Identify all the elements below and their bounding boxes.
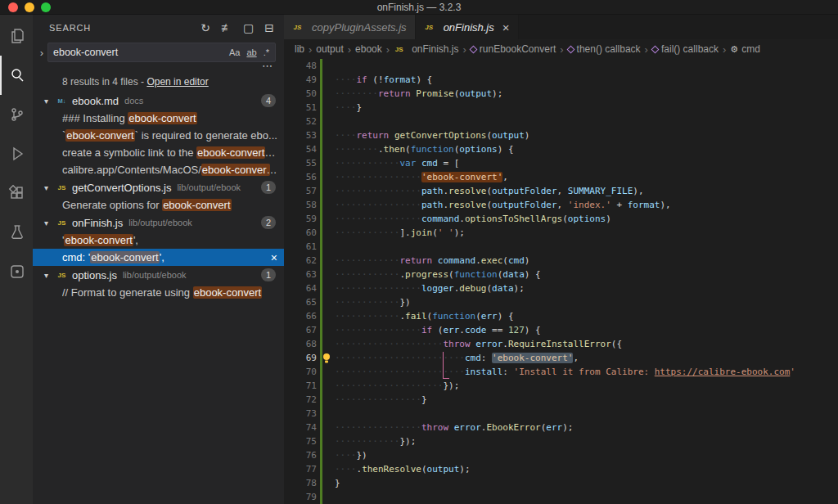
whole-word-toggle[interactable]: ab <box>244 47 259 58</box>
tab-onFinish.js[interactable]: JSonFinish.js× <box>416 15 519 39</box>
search-result-match[interactable]: `ebook-convert` is required to generate … <box>33 127 284 144</box>
line-number: 50 <box>284 87 317 101</box>
extensions-icon[interactable] <box>0 173 33 213</box>
code-line[interactable]: 48 <box>284 59 838 73</box>
breadcrumb-item[interactable]: then() callback <box>568 43 641 55</box>
code-line[interactable]: 51····} <box>284 101 838 115</box>
breadcrumb-item[interactable]: ebook <box>355 43 382 55</box>
breadcrumb-item[interactable]: JSonFinish.js <box>394 43 458 55</box>
code-line[interactable]: 75············}); <box>284 434 838 448</box>
git-added-indicator <box>320 240 322 254</box>
search-result-file-row[interactable]: ▾JSonFinish.jslib/output/ebook2 <box>33 214 284 232</box>
vscode-window: onFinish.js — 3.2.3 <box>0 0 838 504</box>
code-line[interactable]: 64················logger.debug(data); <box>284 281 838 295</box>
breadcrumb-item[interactable]: output <box>316 43 343 55</box>
line-number: 70 <box>284 365 317 379</box>
code-line[interactable]: 49····if (!format) { <box>284 73 838 87</box>
search-icon[interactable] <box>0 56 33 95</box>
line-number: 60 <box>284 226 317 240</box>
chevron-down-icon[interactable]: ▾ <box>44 183 56 192</box>
code-line[interactable]: 70························install: 'Inst… <box>284 365 838 379</box>
code-line[interactable]: 76····}) <box>284 448 838 462</box>
search-result-file-row[interactable]: ▾JSoptions.jslib/output/ebook1 <box>33 266 284 284</box>
code-line[interactable]: 78} <box>284 476 838 490</box>
search-result-match[interactable]: create a symbolic link to the ebook-conv… <box>33 144 284 161</box>
code-line[interactable]: 61 <box>284 240 838 254</box>
code-line[interactable]: 65············}) <box>284 295 838 309</box>
chevron-down-icon[interactable]: ▾ <box>44 97 56 106</box>
git-added-indicator <box>320 142 322 156</box>
open-new-search-editor-icon[interactable]: ▢ <box>243 22 254 34</box>
breadcrumb-item[interactable]: runEbookConvert <box>471 43 556 55</box>
code-line[interactable]: 73 <box>284 407 838 421</box>
search-result-match[interactable]: cmd: 'ebook-convert',× <box>33 249 284 266</box>
code-line[interactable]: 55············var cmd = [ <box>284 156 838 170</box>
tab-close-icon[interactable]: × <box>502 20 510 34</box>
source-control-icon[interactable] <box>0 95 33 134</box>
explorer-icon[interactable] <box>0 16 33 56</box>
chevron-down-icon[interactable]: ▾ <box>44 271 56 280</box>
breadcrumb-item[interactable]: fail() callback <box>652 43 719 55</box>
code-line[interactable]: 74················throw error.EbookError… <box>284 421 838 434</box>
search-result-file-row[interactable]: ▾M↓ebook.mddocs4 <box>33 92 284 110</box>
code-line[interactable]: 56················'ebook-convert', <box>284 170 838 184</box>
file-path: lib/output/ebook <box>128 218 261 227</box>
code-line[interactable]: 67················if (err.code == 127) { <box>284 323 838 337</box>
code-line[interactable]: 68····················throw error.Requir… <box>284 337 838 351</box>
code-line[interactable]: 77····.thenResolve(output); <box>284 462 838 476</box>
toggle-replace-chevron-icon[interactable]: › <box>36 47 47 59</box>
git-added-indicator <box>320 254 322 268</box>
testing-beaker-icon[interactable] <box>0 213 33 252</box>
git-added-indicator <box>320 128 322 142</box>
match-text: Generate options for ebook-convert <box>62 199 277 211</box>
more-actions-icon[interactable]: ⋯ <box>262 62 273 74</box>
dismiss-match-icon[interactable]: × <box>271 251 277 264</box>
match-case-toggle[interactable]: Aa <box>227 47 242 58</box>
code-line[interactable]: 53····return getConvertOptions(output) <box>284 128 838 142</box>
chevron-down-icon[interactable]: ▾ <box>44 218 56 227</box>
extension-view-icon[interactable] <box>0 252 33 291</box>
code-line[interactable]: 66············.fail(function(err) { <box>284 309 838 323</box>
code-line[interactable]: 72················} <box>284 393 838 407</box>
search-result-match[interactable]: Generate options for ebook-convert <box>33 196 284 214</box>
match-text: calibre.app/Contents/MacOS/ebook-convert… <box>62 164 277 176</box>
collapse-all-icon[interactable]: ⊟ <box>264 22 274 34</box>
search-input[interactable] <box>53 47 225 58</box>
search-result-match[interactable]: // Format to generate using ebook-conver… <box>33 284 284 301</box>
code-line[interactable]: 62············return command.exec(cmd) <box>284 254 838 268</box>
open-in-editor-link[interactable]: Open in editor <box>146 76 208 88</box>
code-line[interactable]: 50········return Promise(output); <box>284 87 838 101</box>
code-line[interactable]: 63············.progress(function(data) { <box>284 268 838 281</box>
tab-bar: JScopyPluginAssets.jsJSonFinish.js× <box>284 15 838 39</box>
search-result-match[interactable]: calibre.app/Contents/MacOS/ebook-convert… <box>33 161 284 178</box>
file-path: docs <box>124 96 261 106</box>
git-added-indicator <box>320 281 322 295</box>
code-line[interactable]: 54········.then(function(options) { <box>284 142 838 156</box>
code-line[interactable]: 58················path.resolve(outputFol… <box>284 198 838 212</box>
search-result-file-row[interactable]: ▾JSgetConvertOptions.jslib/output/ebook1 <box>33 178 284 196</box>
title-bar: onFinish.js — 3.2.3 <box>0 0 838 15</box>
code-line[interactable]: 52 <box>284 115 838 128</box>
clear-search-results-icon[interactable]: ≢ <box>221 22 232 34</box>
regex-toggle[interactable]: .* <box>261 47 272 58</box>
editor-area: JScopyPluginAssets.jsJSonFinish.js× lib›… <box>284 15 838 504</box>
git-added-indicator <box>320 490 322 504</box>
run-debug-icon[interactable] <box>0 134 33 173</box>
search-sidebar: SEARCH ↻≢▢⊟ › Aaab.* ⋯ 8 results in 4 fi… <box>33 15 284 504</box>
search-result-match[interactable]: ### Installing ebook-convert <box>33 110 284 127</box>
git-added-indicator <box>320 156 322 170</box>
file-name: onFinish.js <box>72 217 123 229</box>
breadcrumb-item[interactable]: lib <box>295 43 304 55</box>
code-line[interactable]: 59················command.optionsToShell… <box>284 212 838 226</box>
code-line[interactable]: 71····················}); <box>284 379 838 393</box>
code-line[interactable]: 60············].join(' '); <box>284 226 838 240</box>
breadcrumb-separator-icon: › <box>307 43 313 56</box>
refresh-icon[interactable]: ↻ <box>200 22 210 34</box>
code-line[interactable]: 57················path.resolve(outputFol… <box>284 184 838 198</box>
tab-copyPluginAssets.js[interactable]: JScopyPluginAssets.js <box>284 15 416 39</box>
breadcrumb-item[interactable]: ⚙cmd <box>730 43 760 55</box>
search-result-match[interactable]: 'ebook-convert', <box>33 232 284 249</box>
match-text: create a symbolic link to the ebook-conv… <box>62 146 277 159</box>
code-line[interactable]: 69························cmd: 'ebook-co… <box>284 351 838 365</box>
code-line[interactable]: 79 <box>284 490 838 504</box>
